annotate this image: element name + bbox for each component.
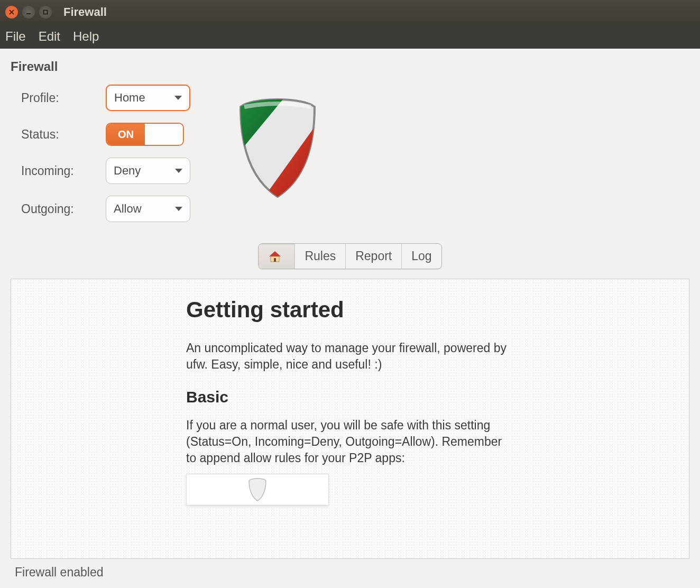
doc-panel[interactable]: Getting started An uncomplicated way to … bbox=[11, 279, 689, 559]
outgoing-value: Allow bbox=[114, 202, 142, 216]
svg-marker-6 bbox=[269, 251, 281, 256]
shield-icon bbox=[247, 477, 268, 502]
outgoing-dropdown[interactable]: Allow bbox=[106, 196, 190, 222]
doc-basic-text: If you are a normal user, you will be sa… bbox=[186, 417, 514, 466]
shield-icon bbox=[233, 85, 323, 203]
tab-group: Rules Report Log bbox=[258, 243, 441, 269]
incoming-value: Deny bbox=[114, 164, 141, 178]
menu-file[interactable]: File bbox=[5, 29, 26, 44]
titlebar: Firewall bbox=[0, 0, 700, 24]
svg-rect-3 bbox=[44, 11, 48, 14]
tab-log[interactable]: Log bbox=[401, 244, 441, 269]
doc-inner: Getting started An uncomplicated way to … bbox=[186, 295, 514, 506]
window-close-button[interactable] bbox=[5, 6, 18, 19]
outgoing-label: Outgoing: bbox=[21, 202, 106, 216]
chevron-down-icon bbox=[175, 169, 182, 173]
tab-report-label: Report bbox=[355, 249, 392, 263]
statusbar: Firewall enabled bbox=[0, 559, 700, 586]
incoming-dropdown[interactable]: Deny bbox=[106, 158, 190, 184]
window-title: Firewall bbox=[63, 5, 107, 19]
incoming-label: Incoming: bbox=[21, 164, 106, 178]
minimize-icon bbox=[26, 10, 31, 15]
tabs: Rules Report Log bbox=[11, 243, 689, 269]
close-icon bbox=[9, 10, 14, 15]
profile-dropdown[interactable]: Home bbox=[106, 85, 190, 111]
tab-rules[interactable]: Rules bbox=[294, 244, 345, 269]
tab-home[interactable] bbox=[259, 244, 294, 269]
maximize-icon bbox=[43, 10, 48, 15]
tab-report[interactable]: Report bbox=[345, 244, 401, 269]
chevron-down-icon bbox=[175, 207, 182, 211]
settings-grid: Profile: Home Status: ON Incoming: Deny … bbox=[11, 85, 190, 222]
doc-heading: Getting started bbox=[186, 295, 514, 325]
status-toggle-on: ON bbox=[107, 124, 145, 145]
settings-row: Profile: Home Status: ON Incoming: Deny … bbox=[11, 85, 689, 222]
menu-edit[interactable]: Edit bbox=[39, 29, 60, 44]
window-maximize-button[interactable] bbox=[39, 6, 52, 19]
status-toggle-off bbox=[145, 124, 183, 145]
menubar: File Edit Help bbox=[0, 24, 700, 49]
window-minimize-button[interactable] bbox=[22, 6, 35, 19]
doc-intro: An uncomplicated way to manage your fire… bbox=[186, 340, 514, 373]
chevron-down-icon bbox=[174, 96, 182, 100]
status-label: Status: bbox=[21, 127, 106, 142]
tab-log-label: Log bbox=[411, 249, 431, 263]
content: Firewall Profile: Home Status: ON Incomi… bbox=[0, 49, 700, 559]
statusbar-text: Firewall enabled bbox=[15, 565, 103, 579]
profile-label: Profile: bbox=[21, 91, 106, 105]
status-toggle[interactable]: ON bbox=[106, 123, 184, 146]
doc-screenshot-thumbnail bbox=[186, 474, 329, 506]
profile-value: Home bbox=[114, 91, 145, 105]
section-title: Firewall bbox=[11, 59, 689, 74]
home-icon bbox=[268, 250, 282, 263]
tab-rules-label: Rules bbox=[305, 249, 336, 263]
doc-subheading: Basic bbox=[186, 387, 514, 408]
svg-rect-8 bbox=[274, 258, 276, 262]
menu-help[interactable]: Help bbox=[73, 29, 99, 44]
